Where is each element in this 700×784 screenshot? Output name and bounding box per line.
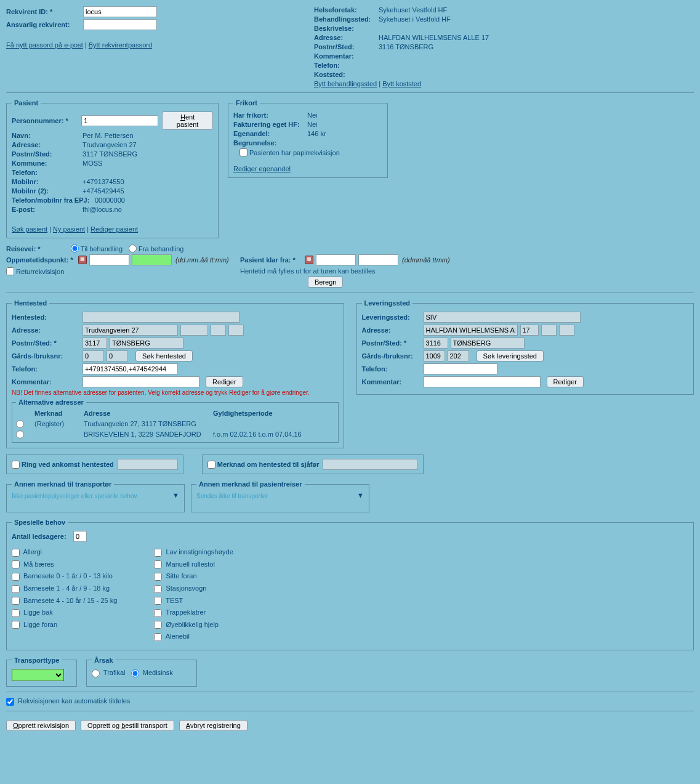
klar-date-input[interactable]	[316, 254, 356, 265]
sok-pasient-link[interactable]: Søk pasient	[12, 225, 47, 233]
personnr-label: Personnummer: *	[12, 117, 81, 124]
behov-checkbox[interactable]	[12, 573, 20, 581]
hentested-adresse-input[interactable]	[82, 325, 178, 336]
annen-merknad-transportor-fieldset[interactable]: Annen merknad til transportør ▼ Ikke pas…	[6, 480, 185, 512]
navn-label: Navn:	[12, 132, 82, 139]
lever-kom-input[interactable]	[424, 376, 541, 387]
behov-checkbox[interactable]	[154, 597, 162, 605]
adresse-value: HALFDAN WILHELMSENS ALLE 17	[379, 34, 489, 41]
ring-ved-ankomst-section: Ring ved ankomst hentested	[6, 455, 183, 474]
lever-gard1-input[interactable]	[424, 350, 445, 362]
oppmote-date-input[interactable]	[89, 254, 129, 265]
alt-adresse-radio[interactable]	[16, 430, 24, 438]
transporttype-select[interactable]	[12, 669, 64, 681]
lever-gard2-input[interactable]	[448, 350, 469, 362]
lever-nr3-input[interactable]	[559, 325, 574, 336]
rekvirent-id-input[interactable]	[83, 6, 157, 17]
hentested-kom-input[interactable]	[82, 376, 199, 387]
helseforetak-label: Helseforetak:	[314, 6, 379, 14]
ring-ved-ankomst-checkbox[interactable]	[12, 461, 20, 469]
ansvarlig-input[interactable]	[83, 19, 157, 30]
fra-behandling-radio[interactable]	[129, 244, 137, 253]
auto-tildeles-checkbox[interactable]	[6, 698, 14, 706]
hentested-tel-input[interactable]	[82, 363, 178, 374]
beregn-button[interactable]: Beregn	[308, 277, 343, 288]
hentetid-hint: Hentetid må fylles ut for at turen kan b…	[240, 267, 450, 275]
merknad-hentested-label: Merknad om hentested til sjåfør	[217, 461, 320, 468]
merknad-hentested-checkbox[interactable]	[207, 461, 215, 469]
behov-checkbox[interactable]	[154, 585, 162, 593]
behov-checkbox[interactable]	[154, 633, 162, 641]
calendar-icon[interactable]: ▦	[78, 256, 87, 264]
leveringssted-input[interactable]	[424, 312, 581, 323]
medisinsk-radio[interactable]	[131, 669, 139, 677]
hentested-sted-input[interactable]	[110, 337, 183, 349]
calendar-icon-2[interactable]: ▦	[305, 256, 313, 264]
merknad-hentested-input[interactable]	[323, 459, 418, 470]
bytt-rekvirentpassord-link[interactable]: Bytt rekvirentpassord	[89, 41, 152, 49]
antall-ledsagere-input[interactable]	[73, 531, 87, 542]
hentested-rediger-button[interactable]: Rediger	[206, 376, 243, 387]
behov-item: Ligge bak	[12, 608, 117, 617]
hentested-gard1-input[interactable]	[82, 350, 104, 362]
alt-adresse-row: BRISKEVEIEN 1, 3229 SANDEFJORD f.o.m 02.…	[16, 430, 334, 439]
lever-postnr-input[interactable]	[424, 337, 448, 349]
behov-checkbox[interactable]	[154, 573, 162, 581]
lever-nr1-input[interactable]	[520, 325, 539, 336]
lever-adresse-input[interactable]	[424, 325, 518, 336]
lever-sted-input[interactable]	[451, 337, 525, 349]
behov-item: Trappeklatrer	[154, 608, 233, 617]
hentested-nr3-input[interactable]	[228, 325, 244, 336]
behov-checkbox[interactable]	[12, 621, 20, 629]
behov-label: Manuell rullestol	[166, 560, 214, 568]
chevron-down-icon-2[interactable]: ▼	[357, 491, 364, 499]
sok-leveringssted-button[interactable]: Søk leveringssted	[477, 350, 544, 362]
opprett-rekvisisjon-button[interactable]: Opprett rekvisisjonOpprett rekvisisjon	[6, 720, 76, 731]
til-behandling-radio[interactable]	[71, 244, 79, 253]
rediger-egenandel-link[interactable]: Rediger egenandel	[233, 165, 291, 172]
behov-checkbox[interactable]	[12, 549, 20, 557]
ring-ved-ankomst-input[interactable]	[118, 459, 178, 470]
antall-ledsagere-label: Antall ledsagere:	[12, 533, 73, 540]
hentested-nr1-input[interactable]	[180, 325, 208, 336]
alt-adresse: BRISKEVEIEN 1, 3229 SANDEFJORD	[84, 430, 213, 438]
behov-checkbox[interactable]	[12, 597, 20, 605]
behov-checkbox[interactable]	[154, 621, 162, 629]
chevron-down-icon[interactable]: ▼	[172, 491, 179, 499]
behov-checkbox[interactable]	[154, 560, 162, 568]
avbryt-registrering-button[interactable]: Avbryt registreringAvbryt registrering	[179, 720, 247, 731]
bytt-koststed-link[interactable]: Bytt koststed	[382, 80, 421, 87]
hentested-postnr-input[interactable]	[82, 337, 107, 349]
oppmote-time-input[interactable]	[132, 254, 172, 265]
hentested-gard2-input[interactable]	[107, 350, 128, 362]
behov-checkbox[interactable]	[12, 585, 20, 593]
bytt-behandlingssted-link[interactable]: Bytt behandlingssted	[314, 80, 377, 87]
alt-adresse-radio[interactable]	[16, 420, 24, 428]
papirrekvisisjon-checkbox[interactable]	[239, 148, 247, 156]
lever-tel-input[interactable]	[424, 363, 497, 374]
klar-time-input[interactable]	[358, 254, 398, 265]
lever-nr2-input[interactable]	[541, 325, 557, 336]
behov-checkbox[interactable]	[154, 609, 162, 617]
annen-merknad-pasientreiser-fieldset[interactable]: Annen merknad til pasientreiser ▼ Sendes…	[191, 480, 369, 512]
hentested-input[interactable]	[82, 312, 239, 323]
passord-link[interactable]: Få nytt passord på e-post	[6, 41, 83, 49]
hentested-nr2-input[interactable]	[211, 325, 226, 336]
sok-hentested-button[interactable]: Søk hentested	[135, 350, 193, 362]
lever-rediger-button[interactable]: Rediger	[547, 376, 584, 387]
kommune-value: MOSS	[82, 160, 102, 167]
hent-pasient-button[interactable]: HHent pasientent pasient	[162, 111, 213, 130]
personnr-input[interactable]	[81, 115, 158, 126]
trafikal-radio[interactable]	[92, 669, 100, 677]
behov-label: Barnesete 1 - 4 år / 9 - 18 kg	[23, 584, 110, 592]
opprett-og-bestill-button[interactable]: Opprett og bestill transportOpprett og b…	[81, 720, 174, 731]
behov-item: Lav innstigningshøyde	[154, 548, 233, 557]
oppmote-label: Oppmøtetidspunkt: *	[6, 256, 78, 264]
returrekvisisjon-checkbox[interactable]	[6, 267, 14, 275]
behov-checkbox[interactable]	[12, 560, 20, 568]
ny-pasient-link[interactable]: Ny pasient	[53, 225, 85, 233]
behov-checkbox[interactable]	[154, 549, 162, 557]
rediger-pasient-link[interactable]: Rediger pasient	[91, 225, 138, 233]
behov-checkbox[interactable]	[12, 609, 20, 617]
pasient-adresse-value: Trudvangveien 27	[82, 141, 137, 148]
